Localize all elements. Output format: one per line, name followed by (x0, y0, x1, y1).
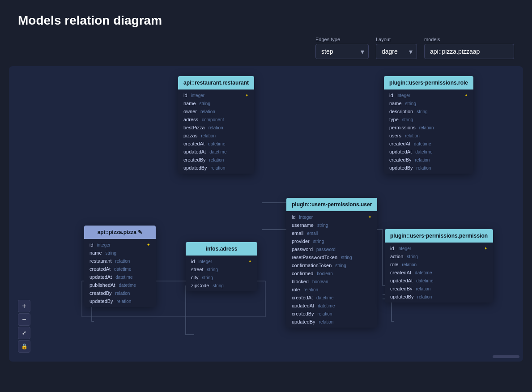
table-row: updatedBy relation (178, 164, 254, 172)
table-row: provider string (286, 237, 377, 245)
models-label: models (424, 37, 514, 42)
table-row: updatedBy relation (286, 318, 377, 326)
table-row: updatedAt datetime (84, 273, 156, 281)
table-row: adress component (178, 115, 254, 124)
key-icon: ✦ (147, 243, 150, 247)
table-row: action string (385, 252, 493, 260)
page-title: Models relation diagram (0, 0, 532, 37)
table-row: createdBy relation (84, 289, 156, 297)
node-restaurant-body: id integer ✦ name string owner relation … (178, 89, 254, 174)
zoom-out-button[interactable]: − (18, 313, 30, 326)
zoom-controls: + − ⤢ 🔒 (18, 300, 30, 353)
node-restaurant[interactable]: api::restaurant.restaurant id integer ✦ … (178, 76, 254, 174)
table-row: createdAt datetime (178, 140, 254, 148)
table-row: username string (286, 221, 377, 229)
layout-group: Layout dagre elk manual (376, 37, 417, 59)
diagram-area: api::restaurant.restaurant id integer ✦ … (9, 66, 523, 362)
table-row: city string (186, 273, 257, 281)
table-row: createdBy relation (385, 285, 493, 293)
table-row: createdBy relation (286, 310, 377, 318)
table-row: owner relation (178, 107, 254, 115)
table-row: pizzas relation (178, 132, 254, 140)
models-group: models (424, 37, 514, 59)
node-permission-body: id integer ✦ action string role relation… (385, 243, 493, 303)
node-adress-header: infos.adress (186, 242, 257, 256)
table-row: createdBy relation (178, 156, 254, 164)
table-row: publishedAt datetime (84, 281, 156, 289)
layout-select[interactable]: dagre elk manual (376, 44, 417, 59)
table-row: bestPizza relation (178, 124, 254, 132)
key-icon: ✦ (464, 93, 468, 98)
edges-type-label: Edges type (315, 37, 369, 42)
lock-button[interactable]: 🔒 (18, 340, 30, 353)
table-row: createdAt datetime (385, 268, 493, 277)
table-row: id integer ✦ (384, 91, 473, 99)
table-row: confirmed boolean (286, 269, 377, 277)
node-pizza-header: api::pizza.pizza ✎ (84, 226, 156, 239)
node-pizza[interactable]: api::pizza.pizza ✎ id integer ✦ name str… (84, 226, 156, 307)
key-icon: ✦ (248, 259, 252, 264)
node-adress-body: id integer ✦ street string city string z… (186, 256, 257, 291)
key-icon: ✦ (484, 246, 488, 251)
table-row: description string (384, 107, 473, 115)
table-row: updatedAt datetime (384, 148, 473, 156)
edges-type-group: Edges type step smoothstep straight bezi… (315, 37, 369, 59)
table-row: updatedAt datetime (286, 302, 377, 310)
table-row: id integer ✦ (286, 213, 377, 221)
table-row: createdAt datetime (286, 294, 377, 302)
table-row: createdAt datetime (384, 140, 473, 148)
table-row: id integer ✦ (385, 244, 493, 252)
table-row: name string (84, 249, 156, 257)
table-row: role relation (286, 285, 377, 294)
node-pizza-body: id integer ✦ name string restaurant rela… (84, 239, 156, 307)
table-row: updatedAt datetime (385, 277, 493, 285)
table-row: restaurant relation (84, 257, 156, 265)
table-row: id integer ✦ (178, 91, 254, 99)
node-permission-header: plugin::users-permissions.permission (385, 229, 493, 243)
table-row: permissions relation (384, 124, 473, 132)
edges-type-select[interactable]: step smoothstep straight bezier (315, 44, 369, 59)
node-user-header: plugin::users-permissions.user (286, 198, 377, 211)
node-role-header: plugin::users-permissions.role (384, 76, 473, 89)
zoom-in-button[interactable]: + (18, 300, 30, 312)
layout-select-wrapper: dagre elk manual (376, 44, 417, 59)
table-row: password password (286, 245, 377, 253)
table-row: createdBy relation (384, 156, 473, 164)
table-row: name string (178, 99, 254, 107)
table-row: updatedBy relation (384, 164, 473, 172)
table-row: role relation (385, 260, 493, 268)
node-restaurant-header: api::restaurant.restaurant (178, 76, 254, 89)
table-row: updatedBy relation (385, 293, 493, 301)
node-permission[interactable]: plugin::users-permissions.permission id … (385, 229, 493, 303)
toolbar: Edges type step smoothstep straight bezi… (0, 37, 532, 66)
node-user[interactable]: plugin::users-permissions.user id intege… (286, 198, 377, 328)
node-role-body: id integer ✦ name string description str… (384, 89, 473, 174)
key-icon: ✦ (245, 93, 249, 98)
table-row: blocked boolean (286, 277, 377, 285)
table-row: zipCode string (186, 281, 257, 290)
table-row: createdAt datetime (84, 265, 156, 273)
models-input[interactable] (424, 44, 514, 59)
layout-label: Layout (376, 37, 417, 42)
table-row: id integer ✦ (84, 241, 156, 249)
scrollbar-hint (493, 355, 519, 358)
table-row: updatedAt datetime (178, 148, 254, 156)
node-user-body: id integer ✦ username string email email… (286, 211, 377, 328)
key-icon: ✦ (368, 215, 372, 219)
node-adress[interactable]: infos.adress id integer ✦ street string … (186, 242, 257, 291)
table-row: updatedBy relation (84, 297, 156, 305)
edges-type-select-wrapper: step smoothstep straight bezier (315, 44, 369, 59)
node-role[interactable]: plugin::users-permissions.role id intege… (384, 76, 473, 174)
table-row: name string (384, 99, 473, 107)
table-row: email email (286, 229, 377, 237)
table-row: type string (384, 115, 473, 124)
table-row: id integer ✦ (186, 257, 257, 265)
table-row: users relation (384, 132, 473, 140)
table-row: confirmationToken string (286, 261, 377, 269)
fit-button[interactable]: ⤢ (18, 327, 30, 339)
table-row: resetPasswordToken string (286, 253, 377, 261)
table-row: street string (186, 265, 257, 273)
